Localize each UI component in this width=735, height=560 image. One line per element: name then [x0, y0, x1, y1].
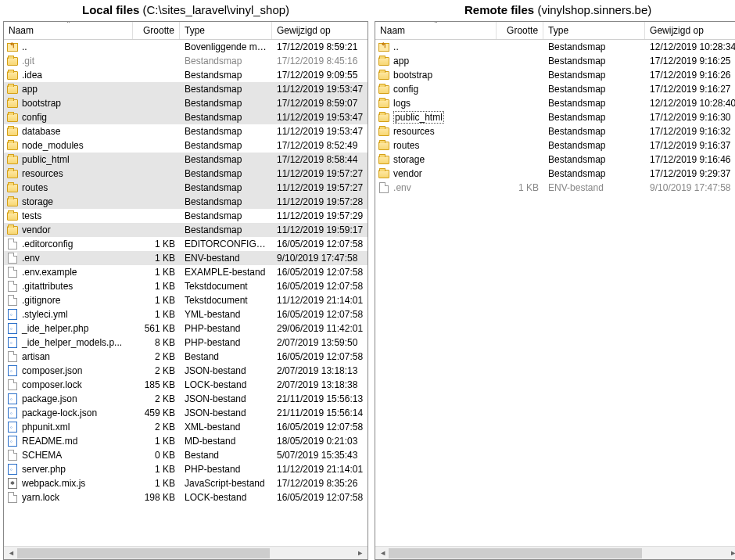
file-row[interactable]: storageBestandsmap11/12/2019 19:57:28	[4, 195, 368, 209]
file-row[interactable]: testsBestandsmap11/12/2019 19:57:29	[4, 209, 368, 223]
col-size-header[interactable]: Grootte	[133, 22, 180, 39]
file-name-cell[interactable]: README.md	[4, 435, 133, 447]
file-row[interactable]: databaseBestandsmap11/12/2019 19:53:47	[4, 124, 368, 138]
col-type-header[interactable]: Type	[543, 22, 645, 39]
file-row[interactable]: storageBestandsmap17/12/2019 9:16:46	[375, 153, 735, 167]
file-row[interactable]: vendorBestandsmap17/12/2019 9:29:37	[375, 167, 735, 181]
file-row[interactable]: package-lock.json459 KBJSON-bestand21/11…	[4, 406, 368, 420]
file-row[interactable]: configBestandsmap17/12/2019 9:16:27	[375, 82, 735, 96]
file-name-cell[interactable]: composer.json	[4, 364, 133, 377]
file-row[interactable]: ..Bestandsmap12/12/2019 10:28:34	[375, 40, 735, 54]
file-row[interactable]: vendorBestandsmap11/12/2019 19:59:17	[4, 223, 368, 237]
file-name-cell[interactable]: app	[4, 83, 133, 95]
file-row[interactable]: .env1 KBENV-bestand9/10/2019 17:47:58	[375, 181, 735, 195]
file-row[interactable]: configBestandsmap11/12/2019 19:53:47	[4, 110, 368, 124]
file-row[interactable]: resourcesBestandsmap11/12/2019 19:57:27	[4, 167, 368, 181]
file-name-cell[interactable]: vendor	[375, 167, 497, 180]
file-name-cell[interactable]: routes	[375, 139, 497, 152]
file-name-cell[interactable]: resources	[375, 125, 497, 138]
file-name-cell[interactable]: storage	[375, 153, 497, 166]
file-row[interactable]: composer.lock185 KBLOCK-bestand2/07/2019…	[4, 378, 368, 392]
file-name-cell[interactable]: resources	[4, 167, 133, 180]
file-name-cell[interactable]: webpack.mix.js	[4, 477, 133, 490]
file-row[interactable]: appBestandsmap17/12/2019 9:16:25	[375, 54, 735, 68]
file-name-cell[interactable]: SCHEMA	[4, 449, 133, 461]
file-row[interactable]: routesBestandsmap11/12/2019 19:57:27	[4, 181, 368, 195]
file-name-cell[interactable]: routes	[4, 181, 133, 194]
file-name-cell[interactable]: public_html	[375, 111, 497, 124]
file-row[interactable]: appBestandsmap11/12/2019 19:53:47	[4, 82, 368, 96]
file-row[interactable]: .editorconfig1 KBEDITORCONFIG-b...16/05/…	[4, 237, 368, 251]
file-name-cell[interactable]: .env	[375, 181, 497, 194]
file-row[interactable]: public_htmlBestandsmap17/12/2019 8:58:44	[4, 153, 368, 167]
file-name-cell[interactable]: bootstrap	[375, 69, 497, 81]
scroll-thumb[interactable]	[17, 548, 270, 558]
file-row[interactable]: .env.example1 KBEXAMPLE-bestand16/05/201…	[4, 265, 368, 279]
file-name-cell[interactable]: .styleci.yml	[4, 308, 133, 321]
file-row[interactable]: .styleci.yml1 KBYML-bestand16/05/2019 12…	[4, 307, 368, 321]
file-row[interactable]: yarn.lock198 KBLOCK-bestand16/05/2019 12…	[4, 490, 368, 504]
file-name-cell[interactable]: tests	[4, 210, 133, 222]
file-name-cell[interactable]: .idea	[4, 69, 133, 81]
file-row[interactable]: phpunit.xml2 KBXML-bestand16/05/2019 12:…	[4, 420, 368, 434]
file-name-cell[interactable]: phpunit.xml	[4, 421, 133, 433]
file-row[interactable]: node_modulesBestandsmap17/12/2019 8:52:4…	[4, 138, 368, 153]
file-name-cell[interactable]: config	[4, 111, 133, 124]
remote-rows[interactable]: ..Bestandsmap12/12/2019 10:28:34appBesta…	[375, 40, 735, 546]
file-name-cell[interactable]: vendor	[4, 224, 133, 236]
file-row[interactable]: SCHEMA0 KBBestand5/07/2019 15:35:43	[4, 448, 368, 462]
file-row[interactable]: .gitignore1 KBTekstdocument11/12/2019 21…	[4, 293, 368, 307]
file-name-cell[interactable]: package.json	[4, 393, 133, 405]
file-name-cell[interactable]: composer.lock	[4, 379, 133, 391]
file-name-cell[interactable]: .git	[4, 55, 133, 67]
file-name-cell[interactable]: _ide_helper.php	[4, 322, 133, 335]
col-modified-header[interactable]: Gewijzigd op	[645, 22, 735, 39]
col-size-header[interactable]: Grootte	[497, 22, 543, 39]
file-row[interactable]: package.json2 KBJSON-bestand21/11/2019 1…	[4, 392, 368, 406]
file-name-cell[interactable]: .editorconfig	[4, 238, 133, 250]
file-row[interactable]: logsBestandsmap12/12/2019 10:28:40	[375, 96, 735, 110]
file-name-cell[interactable]: yarn.lock	[4, 491, 133, 504]
file-name-cell[interactable]: storage	[4, 196, 133, 208]
file-row[interactable]: routesBestandsmap17/12/2019 9:16:37	[375, 138, 735, 153]
file-name-cell[interactable]: package-lock.json	[4, 407, 133, 419]
file-row[interactable]: webpack.mix.js1 KBJavaScript-bestand17/1…	[4, 476, 368, 490]
file-name-cell[interactable]: app	[375, 55, 497, 67]
local-rows[interactable]: ..Bovenliggende map17/12/2019 8:59:21.gi…	[4, 40, 368, 546]
remote-scrollbar[interactable]: ◄►	[375, 546, 735, 559]
file-row[interactable]: .ideaBestandsmap17/12/2019 9:09:55	[4, 68, 368, 82]
file-row[interactable]: artisan2 KBBestand16/05/2019 12:07:58	[4, 350, 368, 364]
local-scrollbar[interactable]: ◄►	[4, 546, 368, 559]
scroll-left-icon[interactable]: ◄	[5, 549, 17, 557]
file-name-cell[interactable]: _ide_helper_models.p...	[4, 336, 133, 349]
scroll-right-icon[interactable]: ►	[727, 549, 735, 557]
file-name-cell[interactable]: database	[4, 125, 133, 138]
file-name-cell[interactable]: ..	[375, 41, 497, 53]
file-name-cell[interactable]: .gitignore	[4, 294, 133, 307]
file-row[interactable]: _ide_helper_models.p...8 KBPHP-bestand2/…	[4, 336, 368, 350]
file-name-cell[interactable]: config	[375, 83, 497, 95]
file-row[interactable]: resourcesBestandsmap17/12/2019 9:16:32	[375, 124, 735, 138]
file-row[interactable]: .gitattributes1 KBTekstdocument16/05/201…	[4, 279, 368, 293]
file-name-cell[interactable]: node_modules	[4, 139, 133, 152]
file-name-cell[interactable]: .gitattributes	[4, 280, 133, 293]
file-row[interactable]: public_htmlBestandsmap17/12/2019 9:16:30	[375, 110, 735, 124]
file-name-cell[interactable]: bootstrap	[4, 97, 133, 109]
file-name-cell[interactable]: logs	[375, 97, 497, 109]
file-row[interactable]: .env1 KBENV-bestand9/10/2019 17:47:58	[4, 251, 368, 265]
col-type-header[interactable]: Type	[180, 22, 272, 39]
file-name-cell[interactable]: ..	[4, 41, 133, 53]
scroll-right-icon[interactable]: ►	[354, 549, 366, 557]
file-row[interactable]: bootstrapBestandsmap17/12/2019 8:59:07	[4, 96, 368, 110]
file-row[interactable]: _ide_helper.php561 KBPHP-bestand29/06/20…	[4, 321, 368, 336]
file-name-cell[interactable]: server.php	[4, 463, 133, 476]
file-name-cell[interactable]: public_html	[4, 153, 133, 166]
file-row[interactable]: bootstrapBestandsmap17/12/2019 9:16:26	[375, 68, 735, 82]
file-name-cell[interactable]: .env.example	[4, 266, 133, 278]
scroll-thumb[interactable]	[389, 548, 642, 558]
file-name-cell[interactable]: artisan	[4, 350, 133, 363]
file-row[interactable]: .gitBestandsmap17/12/2019 8:45:16	[4, 54, 368, 68]
file-row[interactable]: ..Bovenliggende map17/12/2019 8:59:21	[4, 40, 368, 54]
file-name-cell[interactable]: .env	[4, 252, 133, 264]
col-modified-header[interactable]: Gewijzigd op	[272, 22, 368, 39]
